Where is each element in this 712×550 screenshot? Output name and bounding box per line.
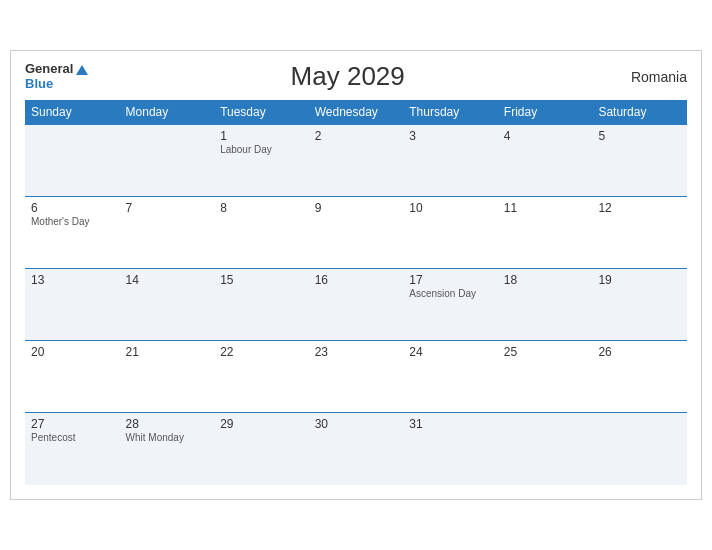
calendar-cell: 4 bbox=[498, 125, 593, 197]
calendar-container: General Blue May 2029 Romania SundayMond… bbox=[10, 50, 702, 500]
day-number: 11 bbox=[504, 201, 587, 215]
day-number: 15 bbox=[220, 273, 303, 287]
calendar-cell: 11 bbox=[498, 197, 593, 269]
calendar-cell: 30 bbox=[309, 413, 404, 485]
logo-triangle-icon bbox=[76, 65, 88, 75]
calendar-week-row: 1Labour Day2345 bbox=[25, 125, 687, 197]
calendar-cell: 31 bbox=[403, 413, 498, 485]
day-number: 16 bbox=[315, 273, 398, 287]
day-number: 22 bbox=[220, 345, 303, 359]
calendar-week-row: 6Mother's Day789101112 bbox=[25, 197, 687, 269]
day-number: 12 bbox=[598, 201, 681, 215]
day-number: 2 bbox=[315, 129, 398, 143]
day-number: 25 bbox=[504, 345, 587, 359]
day-number: 31 bbox=[409, 417, 492, 431]
day-number: 3 bbox=[409, 129, 492, 143]
calendar-cell: 27Pentecost bbox=[25, 413, 120, 485]
day-number: 17 bbox=[409, 273, 492, 287]
calendar-weekdays: SundayMondayTuesdayWednesdayThursdayFrid… bbox=[25, 100, 687, 125]
calendar-cell: 21 bbox=[120, 341, 215, 413]
day-number: 4 bbox=[504, 129, 587, 143]
day-number: 8 bbox=[220, 201, 303, 215]
day-number: 18 bbox=[504, 273, 587, 287]
calendar-cell: 17Ascension Day bbox=[403, 269, 498, 341]
day-number: 21 bbox=[126, 345, 209, 359]
weekday-header: Saturday bbox=[592, 100, 687, 125]
calendar-body: 1Labour Day23456Mother's Day789101112131… bbox=[25, 125, 687, 485]
day-number: 19 bbox=[598, 273, 681, 287]
calendar-cell: 24 bbox=[403, 341, 498, 413]
logo: General Blue bbox=[25, 62, 88, 91]
calendar-week-row: 27Pentecost28Whit Monday293031 bbox=[25, 413, 687, 485]
calendar-cell bbox=[120, 125, 215, 197]
calendar-cell: 12 bbox=[592, 197, 687, 269]
calendar-week-row: 1314151617Ascension Day1819 bbox=[25, 269, 687, 341]
calendar-cell: 7 bbox=[120, 197, 215, 269]
calendar-cell: 15 bbox=[214, 269, 309, 341]
day-number: 14 bbox=[126, 273, 209, 287]
calendar-cell: 19 bbox=[592, 269, 687, 341]
day-number: 30 bbox=[315, 417, 398, 431]
calendar-country: Romania bbox=[607, 69, 687, 85]
day-number: 29 bbox=[220, 417, 303, 431]
calendar-cell: 10 bbox=[403, 197, 498, 269]
weekday-header: Thursday bbox=[403, 100, 498, 125]
calendar-cell: 26 bbox=[592, 341, 687, 413]
calendar-week-row: 20212223242526 bbox=[25, 341, 687, 413]
calendar-cell: 29 bbox=[214, 413, 309, 485]
day-number: 20 bbox=[31, 345, 114, 359]
calendar-cell: 6Mother's Day bbox=[25, 197, 120, 269]
day-number: 27 bbox=[31, 417, 114, 431]
calendar-cell: 14 bbox=[120, 269, 215, 341]
day-number: 7 bbox=[126, 201, 209, 215]
day-event: Mother's Day bbox=[31, 216, 114, 227]
calendar-cell: 9 bbox=[309, 197, 404, 269]
calendar-cell: 2 bbox=[309, 125, 404, 197]
day-number: 23 bbox=[315, 345, 398, 359]
calendar-cell bbox=[25, 125, 120, 197]
weekday-row: SundayMondayTuesdayWednesdayThursdayFrid… bbox=[25, 100, 687, 125]
day-number: 9 bbox=[315, 201, 398, 215]
weekday-header: Wednesday bbox=[309, 100, 404, 125]
calendar-cell: 3 bbox=[403, 125, 498, 197]
calendar-cell: 5 bbox=[592, 125, 687, 197]
day-number: 5 bbox=[598, 129, 681, 143]
day-number: 6 bbox=[31, 201, 114, 215]
calendar-cell: 22 bbox=[214, 341, 309, 413]
weekday-header: Sunday bbox=[25, 100, 120, 125]
logo-general-text: General bbox=[25, 62, 73, 76]
day-event: Pentecost bbox=[31, 432, 114, 443]
weekday-header: Tuesday bbox=[214, 100, 309, 125]
calendar-cell bbox=[592, 413, 687, 485]
calendar-cell: 23 bbox=[309, 341, 404, 413]
day-event: Ascension Day bbox=[409, 288, 492, 299]
calendar-cell bbox=[498, 413, 593, 485]
day-number: 13 bbox=[31, 273, 114, 287]
day-event: Whit Monday bbox=[126, 432, 209, 443]
calendar-header: General Blue May 2029 Romania bbox=[25, 61, 687, 92]
day-event: Labour Day bbox=[220, 144, 303, 155]
calendar-title: May 2029 bbox=[88, 61, 607, 92]
calendar-cell: 28Whit Monday bbox=[120, 413, 215, 485]
weekday-header: Friday bbox=[498, 100, 593, 125]
day-number: 26 bbox=[598, 345, 681, 359]
calendar-cell: 16 bbox=[309, 269, 404, 341]
logo-blue-label: Blue bbox=[25, 77, 53, 91]
calendar-grid: SundayMondayTuesdayWednesdayThursdayFrid… bbox=[25, 100, 687, 485]
calendar-cell: 25 bbox=[498, 341, 593, 413]
calendar-cell: 13 bbox=[25, 269, 120, 341]
calendar-cell: 8 bbox=[214, 197, 309, 269]
logo-blue-text: Blue bbox=[25, 77, 88, 91]
day-number: 10 bbox=[409, 201, 492, 215]
calendar-cell: 20 bbox=[25, 341, 120, 413]
calendar-cell: 1Labour Day bbox=[214, 125, 309, 197]
weekday-header: Monday bbox=[120, 100, 215, 125]
day-number: 24 bbox=[409, 345, 492, 359]
day-number: 1 bbox=[220, 129, 303, 143]
calendar-cell: 18 bbox=[498, 269, 593, 341]
day-number: 28 bbox=[126, 417, 209, 431]
logo-general: General bbox=[25, 62, 88, 76]
